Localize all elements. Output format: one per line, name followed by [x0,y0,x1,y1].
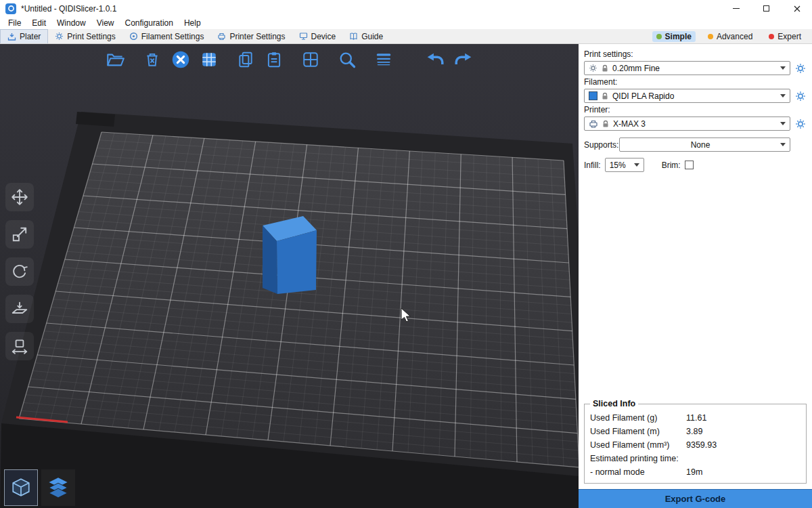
window-title: *Untitled - QIDISlicer-1.0.1 [21,4,116,14]
brim-label: Brim: [662,161,681,170]
viewport[interactable] [0,44,579,508]
rotate-icon[interactable] [5,257,34,286]
main-area: Print settings: 0.20mm Fine [0,44,812,508]
menu-window[interactable]: Window [51,18,91,28]
printer-value: X-MAX 3 [613,119,777,129]
mode-label: Expert [777,32,801,41]
viewport-canvas[interactable] [0,44,579,508]
infill-combo[interactable]: 15% [605,158,644,172]
supports-value: None [624,140,777,150]
combo-dropdown-arrow [780,122,786,125]
undo-icon[interactable] [423,47,447,72]
tab-device[interactable]: Device [292,29,343,43]
layer-height-icon[interactable] [371,47,396,72]
search-icon[interactable] [335,47,359,72]
simple-mode-dot-icon [656,34,662,39]
mode-label: Simple [665,32,692,41]
supports-combo[interactable]: None [619,137,790,152]
sliced-info-row: Used Filament (g) 11.61 [590,413,800,423]
delete-icon[interactable] [140,47,164,72]
sliced-info-title: Sliced Info [590,399,638,408]
printer-label: Printer: [584,105,807,114]
gear-icon [55,32,64,41]
tab-label: Guide [361,32,383,41]
edit-filament-gear-icon[interactable] [794,90,807,102]
export-gcode-button[interactable]: Export G-code [579,489,812,508]
lock-icon [601,64,609,72]
tab-filament-settings[interactable]: Filament Settings [122,29,211,43]
monitor-icon [299,32,308,41]
filament-icon [129,32,138,41]
tab-label: Filament Settings [141,32,204,41]
paste-icon[interactable] [262,47,286,72]
tab-guide[interactable]: Guide [342,29,390,43]
expert-mode-dot-icon [769,34,774,39]
menu-file[interactable]: File [3,18,26,28]
mode-advanced[interactable]: Advanced [704,31,757,42]
menu-view[interactable]: View [91,18,120,28]
menubar: File Edit Window View Configuration Help [0,17,812,29]
tab-plater[interactable]: Plater [0,29,48,43]
filament-combo[interactable]: QIDI PLA Rapido [584,89,790,103]
view-switch [4,469,75,506]
infill-value: 15% [610,161,631,170]
combo-dropdown-arrow [780,94,786,98]
print-settings-label: Print settings: [584,49,807,59]
sliced-info-row: - normal mode 19m [590,467,800,477]
menu-configuration[interactable]: Configuration [120,18,179,28]
place-on-face-icon[interactable] [5,295,34,323]
sliced-info-row: Estimated printing time: [590,454,800,463]
edit-printer-gear-icon[interactable] [794,118,807,130]
gizmo-toolbar [5,183,34,360]
plater-toolbar [104,47,476,72]
book-icon [349,32,358,41]
filament-label: Filament: [584,77,807,87]
infill-label: Infill: [584,161,601,170]
arrange-icon[interactable] [197,47,221,72]
open-icon[interactable] [104,47,128,72]
lock-icon [602,120,610,128]
plater-icon [7,33,16,41]
tabbar: Plater Print Settings Filament Settings … [0,29,812,44]
tab-label: Device [311,32,336,41]
mode-label: Advanced [717,32,752,41]
minimize-icon[interactable] [721,0,751,17]
menu-edit[interactable]: Edit [26,18,51,28]
measure-icon[interactable] [5,332,34,360]
print-settings-value: 0.20mm Fine [612,64,777,73]
tab-printer-settings[interactable]: Printer Settings [210,29,292,43]
mode-simple[interactable]: Simple [652,31,696,42]
sliced-info-panel: Sliced Info Used Filament (g) 11.61 Used… [584,399,807,484]
tab-label: Printer Settings [229,32,285,41]
combo-dropdown-arrow [780,66,786,70]
preview-layers-icon[interactable] [41,469,75,506]
brim-checkbox[interactable] [685,161,694,169]
copy-icon[interactable] [233,47,258,72]
redo-icon[interactable] [451,47,476,72]
tab-print-settings[interactable]: Print Settings [48,29,122,43]
mode-expert[interactable]: Expert [765,31,805,42]
window-controls [721,0,812,17]
sidebar: Print settings: 0.20mm Fine [579,44,812,508]
split-icon[interactable] [298,47,323,72]
editor-view-icon[interactable] [4,469,38,506]
filament-value: QIDI PLA Rapido [612,91,777,101]
lock-icon [601,92,609,100]
combo-dropdown-arrow [634,163,639,167]
titlebar: *Untitled - QIDISlicer-1.0.1 [0,0,812,17]
print-settings-combo[interactable]: 0.20mm Fine [584,61,790,75]
printer-combo[interactable]: X-MAX 3 [584,117,790,131]
app-icon [5,3,16,14]
scale-icon[interactable] [5,220,34,249]
supports-label: Supports: [584,140,619,150]
menu-help[interactable]: Help [179,18,206,28]
edit-print-settings-gear-icon[interactable] [794,62,807,75]
sliced-info-row: Used Filament (mm³) 9359.93 [590,440,800,450]
maximize-icon[interactable] [751,0,782,17]
mode-switch: Simple Advanced Expert [652,29,812,43]
printer-icon [217,32,226,41]
close-icon[interactable] [782,0,812,17]
delete-all-icon[interactable] [168,47,193,72]
move-icon[interactable] [5,183,34,211]
tab-label: Plater [20,32,41,41]
